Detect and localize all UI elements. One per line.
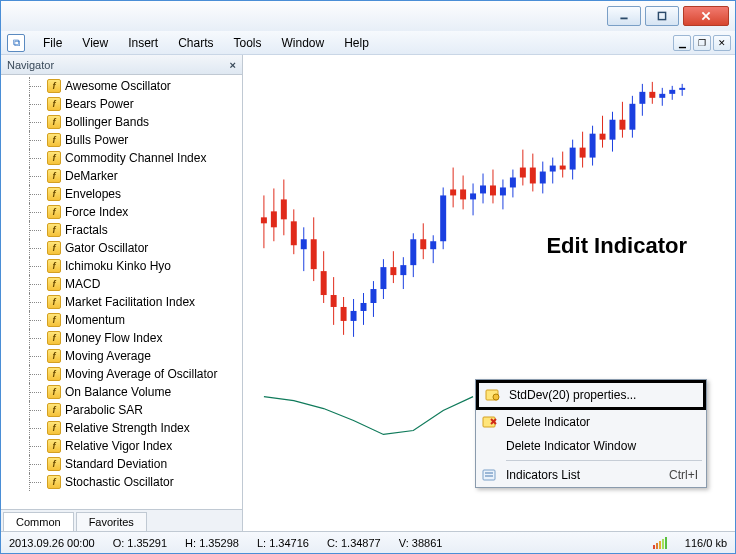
svg-rect-45	[460, 189, 466, 199]
tree-item[interactable]: fForce Index	[1, 203, 242, 221]
tree-item[interactable]: fCommodity Channel Index	[1, 149, 242, 167]
tree-item[interactable]: fEnvelopes	[1, 185, 242, 203]
svg-rect-17	[321, 271, 327, 295]
tree-item[interactable]: fMarket Facilitation Index	[1, 293, 242, 311]
svg-rect-63	[550, 166, 556, 172]
indicator-icon: f	[47, 115, 61, 129]
svg-rect-27	[370, 289, 376, 303]
connection-bars-icon	[653, 537, 667, 549]
menubar: ⧉ FileViewInsertChartsToolsWindowHelp ▁ …	[1, 31, 735, 55]
svg-rect-61	[540, 172, 546, 184]
tree-item[interactable]: fDeMarker	[1, 167, 242, 185]
svg-rect-75	[609, 120, 615, 140]
menu-view[interactable]: View	[72, 33, 118, 53]
menu-item-properties-label: StdDev(20) properties...	[509, 388, 636, 402]
svg-rect-15	[311, 239, 317, 269]
svg-rect-79	[629, 104, 635, 130]
tree-item[interactable]: fGator Oscillator	[1, 239, 242, 257]
indicator-icon: f	[47, 259, 61, 273]
svg-rect-5	[261, 217, 267, 223]
tree-item[interactable]: fFractals	[1, 221, 242, 239]
svg-rect-25	[361, 303, 367, 311]
menu-insert[interactable]: Insert	[118, 33, 168, 53]
tree-item[interactable]: fMoving Average of Oscillator	[1, 365, 242, 383]
tree-item[interactable]: fBulls Power	[1, 131, 242, 149]
menu-help[interactable]: Help	[334, 33, 379, 53]
context-menu: StdDev(20) properties... Delete Indicato…	[475, 379, 707, 488]
menu-tools[interactable]: Tools	[224, 33, 272, 53]
indicator-icon: f	[47, 313, 61, 327]
maximize-button[interactable]	[645, 6, 679, 26]
menu-item-indicators-list[interactable]: Indicators List Ctrl+I	[476, 463, 706, 487]
tree-item-label: Moving Average	[65, 349, 151, 363]
tree-item[interactable]: fBollinger Bands	[1, 113, 242, 131]
tree-item[interactable]: fRelative Vigor Index	[1, 437, 242, 455]
minimize-button[interactable]	[607, 6, 641, 26]
svg-rect-71	[590, 134, 596, 158]
tree-item[interactable]: fMoney Flow Index	[1, 329, 242, 347]
navigator-tabs: Common Favorites	[1, 509, 242, 531]
mdi-minimize-button[interactable]: ▁	[673, 35, 691, 51]
app-icon: ⧉	[7, 34, 25, 52]
tree-item[interactable]: fIchimoku Kinko Hyo	[1, 257, 242, 275]
tree-item[interactable]: fStandard Deviation	[1, 455, 242, 473]
tree-item[interactable]: fOn Balance Volume	[1, 383, 242, 401]
indicator-icon: f	[47, 403, 61, 417]
indicator-icon: f	[47, 475, 61, 489]
delete-indicator-icon	[480, 414, 500, 430]
tree-item-label: Bulls Power	[65, 133, 128, 147]
tree-item-label: Relative Vigor Index	[65, 439, 172, 453]
chart-area[interactable]: Edit Indicator StdDev(20) properties... …	[243, 55, 735, 531]
status-volume: V: 38861	[399, 537, 443, 549]
indicator-icon: f	[47, 331, 61, 345]
delete-window-icon	[480, 438, 500, 454]
navigator-close-icon[interactable]: ×	[230, 59, 236, 71]
context-menu-highlighted: StdDev(20) properties...	[476, 380, 706, 410]
svg-rect-67	[570, 148, 576, 170]
tab-favorites[interactable]: Favorites	[76, 512, 147, 531]
tree-item-label: Market Facilitation Index	[65, 295, 195, 309]
tree-item[interactable]: fStochastic Oscillator	[1, 473, 242, 491]
svg-rect-59	[530, 168, 536, 184]
tree-item-label: Awesome Oscillator	[65, 79, 171, 93]
tree-item[interactable]: fMomentum	[1, 311, 242, 329]
svg-rect-81	[639, 92, 645, 104]
tree-item-label: Gator Oscillator	[65, 241, 148, 255]
indicators-list-icon	[480, 467, 500, 483]
navigator-panel: Navigator × fAwesome OscillatorfBears Po…	[1, 55, 243, 531]
navigator-tree[interactable]: fAwesome OscillatorfBears PowerfBollinge…	[1, 75, 242, 509]
svg-rect-9	[281, 199, 287, 219]
close-button[interactable]	[683, 6, 729, 26]
status-low: L: 1.34716	[257, 537, 309, 549]
tab-common[interactable]: Common	[3, 512, 74, 531]
tree-item[interactable]: fRelative Strength Index	[1, 419, 242, 437]
indicator-icon: f	[47, 277, 61, 291]
indicator-icon: f	[47, 421, 61, 435]
tree-item[interactable]: fParabolic SAR	[1, 401, 242, 419]
svg-rect-55	[510, 178, 516, 188]
context-menu-separator	[506, 460, 702, 461]
indicator-icon: f	[47, 187, 61, 201]
tree-item[interactable]: fMACD	[1, 275, 242, 293]
menu-file[interactable]: File	[33, 33, 72, 53]
svg-rect-35	[410, 239, 416, 265]
menu-window[interactable]: Window	[272, 33, 335, 53]
indicator-icon: f	[47, 133, 61, 147]
tree-item-label: Fractals	[65, 223, 108, 237]
svg-rect-53	[500, 187, 506, 195]
tree-item[interactable]: fMoving Average	[1, 347, 242, 365]
menu-item-shortcut: Ctrl+I	[669, 468, 698, 482]
svg-rect-47	[470, 193, 476, 199]
svg-rect-69	[580, 148, 586, 158]
indicator-icon: f	[47, 367, 61, 381]
tree-item[interactable]: fBears Power	[1, 95, 242, 113]
menu-item-delete-window[interactable]: Delete Indicator Window	[476, 434, 706, 458]
mdi-restore-button[interactable]: ❐	[693, 35, 711, 51]
mdi-close-button[interactable]: ✕	[713, 35, 731, 51]
svg-rect-21	[341, 307, 347, 321]
menu-item-delete-indicator[interactable]: Delete Indicator	[476, 410, 706, 434]
menu-charts[interactable]: Charts	[168, 33, 223, 53]
tree-item[interactable]: fAwesome Oscillator	[1, 77, 242, 95]
indicator-icon: f	[47, 439, 61, 453]
menu-item-properties[interactable]: StdDev(20) properties...	[479, 383, 703, 407]
